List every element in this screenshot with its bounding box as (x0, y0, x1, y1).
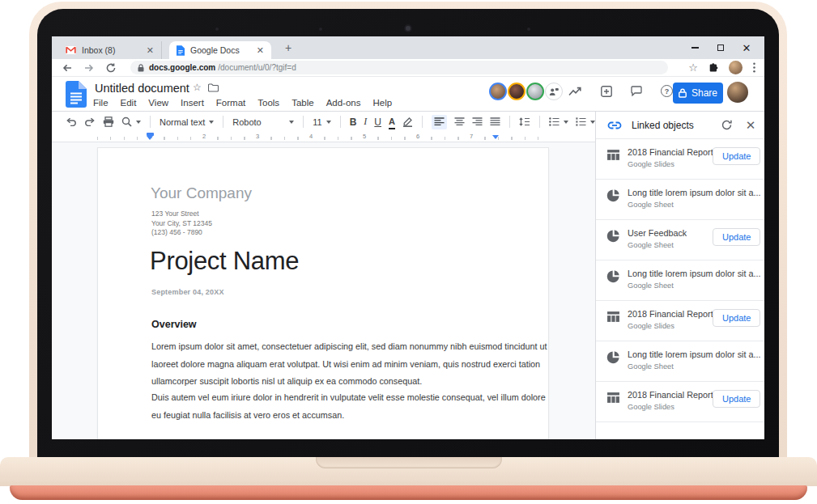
menu-edit[interactable]: Edit (121, 98, 137, 108)
add-people-icon[interactable] (545, 83, 563, 100)
zoom-tool-icon[interactable] (121, 115, 141, 129)
window-close-button[interactable]: ✕ (740, 41, 753, 54)
bold-button[interactable]: B (350, 115, 357, 129)
browser-window: Inbox (8) ✕ Google Docs ✕ + ✕ (52, 36, 764, 439)
linked-object-row[interactable]: Long title lorem ipsum dolor sit a...Goo… (596, 341, 764, 382)
update-button[interactable]: Update (713, 390, 760, 408)
right-indent-marker[interactable] (492, 135, 499, 139)
refresh-icon[interactable] (721, 120, 732, 130)
new-tab-button[interactable]: + (282, 42, 295, 55)
ruler-number: 7 (468, 133, 474, 140)
window-minimize-button[interactable] (688, 41, 701, 54)
sheet-pie-chart-icon (606, 269, 620, 283)
underline-button[interactable]: U (374, 115, 381, 129)
body-paragraph: Duis autem vel eum iriure dolor in hendr… (151, 389, 551, 424)
browser-menu-kebab-icon[interactable] (753, 62, 755, 73)
menu-file[interactable]: File (93, 98, 109, 108)
url-path: /document/u/0/?tgif=d (218, 63, 296, 72)
star-document-icon[interactable]: ☆ (193, 82, 202, 93)
update-button[interactable]: Update (713, 147, 760, 165)
font-size-select[interactable]: 11 (313, 115, 330, 129)
ruler-number: 3 (254, 133, 261, 140)
menu-help[interactable]: Help (372, 98, 392, 108)
text-color-button[interactable]: A (389, 115, 395, 129)
document-title[interactable]: Untitled document (95, 82, 189, 95)
project-date: September 04, 20XX (151, 288, 224, 296)
sheet-pie-chart-icon (606, 229, 620, 243)
highlight-color-icon[interactable] (402, 115, 413, 129)
webcam (406, 26, 411, 31)
chrome-profile-avatar[interactable] (729, 61, 743, 74)
linked-object-row[interactable]: 2018 Financial Report...Google Slides Up… (596, 382, 764, 422)
sheet-pie-chart-icon (606, 188, 620, 202)
italic-button[interactable]: I (364, 115, 367, 129)
bulleted-list-icon[interactable] (549, 115, 568, 129)
address-bar[interactable]: docs.google.com /document/u/0/?tgif=d (130, 61, 668, 74)
linked-object-row[interactable]: Long title lorem ipsum dolor sit a...Goo… (596, 260, 764, 301)
font-size-value: 11 (313, 117, 321, 127)
redo-icon[interactable] (84, 115, 96, 129)
menu-table[interactable]: Table (291, 98, 314, 108)
linked-object-title: 2018 Financial Report... (628, 308, 721, 320)
reload-button[interactable] (106, 63, 116, 73)
align-right-icon[interactable] (472, 115, 483, 129)
editor-pane: Normal text Roboto 11 B I U A (52, 112, 596, 439)
add-comment-icon[interactable] (601, 86, 612, 97)
menu-addons[interactable]: Add-ons (326, 98, 361, 108)
bookmark-star-icon[interactable]: ☆ (688, 62, 698, 73)
body-paragraph: Lorem ipsum dolor sit amet, consectetuer… (151, 338, 551, 391)
linked-object-source: Google Sheet (628, 241, 687, 249)
menu-insert[interactable]: Insert (181, 98, 204, 108)
align-left-icon[interactable] (432, 115, 447, 129)
share-button-label: Share (691, 87, 717, 99)
paragraph-style-select[interactable]: Normal text (160, 115, 214, 129)
menu-format[interactable]: Format (216, 98, 245, 108)
linked-object-row[interactable]: 2018 Financial Report...Google Slides Up… (596, 301, 764, 341)
move-folder-icon[interactable] (208, 83, 219, 94)
tab-close-icon[interactable]: ✕ (257, 46, 264, 55)
line-spacing-icon[interactable] (519, 115, 530, 129)
menu-view[interactable]: View (148, 98, 168, 108)
undo-icon[interactable] (66, 115, 77, 129)
linked-object-row[interactable]: Long title lorem ipsum dolor sit a...Goo… (596, 180, 764, 220)
address-line: Your City, ST 12345 (151, 219, 212, 229)
tab-google-docs[interactable]: Google Docs ✕ (169, 41, 271, 59)
font-family-select[interactable]: Roboto (232, 115, 294, 129)
extensions-puzzle-icon[interactable] (708, 63, 718, 73)
laptop-base-bottom (10, 485, 807, 500)
numbered-list-icon[interactable] (576, 115, 595, 129)
align-center-icon[interactable] (454, 115, 465, 129)
back-button[interactable] (62, 63, 72, 73)
linked-object-row[interactable]: User FeedbackGoogle Sheet Update (596, 220, 764, 260)
panel-close-icon[interactable]: ✕ (746, 119, 756, 131)
activity-trend-icon[interactable] (568, 87, 582, 96)
window-maximize-button[interactable] (714, 41, 727, 54)
forward-button[interactable] (84, 63, 94, 73)
comment-history-icon[interactable] (631, 86, 642, 96)
document-canvas[interactable]: Your Company 123 Your Street Your City, … (52, 142, 595, 439)
laptop-base (0, 457, 817, 486)
collaborator-avatar[interactable] (489, 83, 507, 100)
left-indent-marker[interactable] (147, 133, 154, 140)
browser-toolbar: docs.google.com /document/u/0/?tgif=d ☆ (52, 59, 764, 77)
url-host: docs.google.com (149, 63, 215, 72)
document-page[interactable]: Your Company 123 Your Street Your City, … (97, 147, 549, 439)
collaborator-avatar[interactable] (508, 83, 526, 100)
tab-inbox[interactable]: Inbox (8) ✕ (58, 41, 162, 59)
google-docs-icon[interactable] (66, 81, 87, 109)
linked-object-row[interactable]: 2018 Financial ReportGoogle Slides Updat… (596, 139, 764, 180)
panel-title: Linked objects (632, 120, 694, 131)
print-icon[interactable] (103, 115, 114, 129)
update-button[interactable]: Update (713, 309, 760, 327)
help-icon[interactable]: ? (661, 85, 673, 97)
tab-close-icon[interactable]: ✕ (147, 46, 154, 55)
update-button[interactable]: Update (713, 228, 760, 246)
account-avatar[interactable] (727, 82, 748, 103)
menu-tools[interactable]: Tools (257, 98, 279, 108)
ruler-number: 6 (415, 133, 421, 140)
slides-table-icon (606, 148, 620, 162)
ruler-ticks (97, 137, 551, 140)
collaborator-avatar[interactable] (526, 83, 544, 100)
justify-icon[interactable] (490, 115, 500, 129)
share-button[interactable]: Share (673, 83, 723, 104)
